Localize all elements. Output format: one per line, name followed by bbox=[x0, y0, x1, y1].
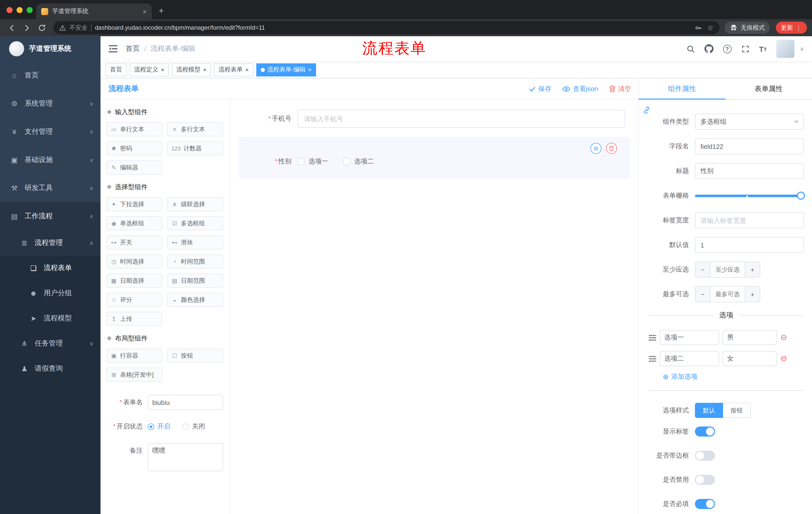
sidebar-item-workflow[interactable]: ▤ 工作流程 ∧ bbox=[0, 202, 100, 231]
sidebar-item-user-groups[interactable]: ☻ 用户分组 bbox=[0, 281, 100, 306]
form-remark-textarea[interactable]: 嘿嘿 bbox=[148, 443, 223, 471]
palette-item-select[interactable]: ▾下拉选择 bbox=[107, 197, 162, 211]
option-label-input[interactable] bbox=[660, 351, 719, 366]
palette-item-switch[interactable]: ⊶开关 bbox=[107, 235, 162, 249]
sidebar-item-process-management[interactable]: ≣ 流程管理 ∧ bbox=[0, 231, 100, 255]
option-value-input[interactable] bbox=[723, 330, 777, 345]
github-icon[interactable] bbox=[704, 44, 713, 53]
palette-item-textarea[interactable]: ≡多行文本 bbox=[167, 122, 223, 136]
palette-item-color-picker[interactable]: ◒颜色选择 bbox=[167, 293, 223, 307]
sidebar-item-home[interactable]: ⌂ 首页 bbox=[0, 61, 100, 89]
option-label-input[interactable] bbox=[660, 330, 719, 345]
max-select-stepper[interactable]: − + bbox=[695, 286, 760, 302]
title-input[interactable] bbox=[695, 163, 804, 179]
link-icon[interactable] bbox=[641, 105, 652, 116]
zoom-window-button[interactable] bbox=[27, 7, 33, 13]
sidebar-item-process-form[interactable]: ❏ 流程表单 bbox=[0, 255, 100, 281]
status-off-radio[interactable]: 关闭 bbox=[182, 422, 205, 431]
update-browser-button[interactable]: 更新 ⋮ bbox=[776, 22, 807, 34]
max-select-input[interactable] bbox=[710, 287, 745, 302]
palette-item-editor[interactable]: ✎编辑器 bbox=[107, 160, 162, 174]
disabled-switch[interactable] bbox=[695, 475, 715, 485]
sidebar-item-process-model[interactable]: ➤ 流程模型 bbox=[0, 306, 100, 331]
forward-button[interactable] bbox=[20, 21, 33, 34]
field-name-input[interactable] bbox=[695, 138, 804, 154]
palette-item-rate[interactable]: ☆评分 bbox=[107, 293, 162, 307]
drag-handle-icon[interactable] bbox=[649, 355, 656, 362]
canvas-field-phone[interactable]: *手机号 bbox=[238, 107, 630, 131]
help-icon[interactable]: ? bbox=[723, 45, 731, 53]
address-bar[interactable]: 不安全 dashboard.yudao.iocoder.cn/bpm/manag… bbox=[53, 21, 720, 34]
tag-close-icon[interactable]: × bbox=[203, 66, 206, 73]
view-json-button[interactable]: 查看json bbox=[562, 84, 598, 93]
canvas-field-gender-selected[interactable]: ⧉ *性别 选项一 选项二 bbox=[238, 137, 630, 179]
tag-close-icon[interactable]: × bbox=[245, 66, 249, 73]
option-style-button-button[interactable]: 按钮 bbox=[723, 403, 751, 418]
tab-close-icon[interactable]: × bbox=[143, 8, 147, 15]
sidebar-item-task-management[interactable]: ⋔ 任务管理 ∨ bbox=[0, 331, 100, 356]
palette-item-date-range[interactable]: ▤日期范围 bbox=[167, 274, 223, 288]
add-option-button[interactable]: ⊕ 添加选项 bbox=[663, 372, 804, 381]
back-button[interactable] bbox=[5, 21, 18, 34]
form-canvas[interactable]: *手机号 ⧉ bbox=[230, 100, 638, 514]
avatar-caret-icon[interactable]: ∨ bbox=[800, 46, 804, 52]
palette-item-date-picker[interactable]: ▦日期选择 bbox=[107, 274, 162, 288]
palette-item-table[interactable]: ⊞表格[开发中] bbox=[107, 368, 162, 382]
tag-process-form[interactable]: 流程表单 × bbox=[214, 63, 253, 76]
remove-option-button[interactable]: ⊖ bbox=[780, 333, 787, 342]
option-style-default-button[interactable]: 默认 bbox=[695, 403, 723, 418]
tag-close-icon[interactable]: × bbox=[161, 66, 164, 73]
palette-item-slider[interactable]: ⊷滑块 bbox=[167, 235, 223, 249]
tag-process-definition[interactable]: 流程定义 × bbox=[129, 63, 169, 76]
palette-item-cascader[interactable]: ⋔级联选择 bbox=[167, 197, 223, 211]
border-switch[interactable] bbox=[695, 451, 715, 461]
label-width-input[interactable] bbox=[695, 212, 804, 228]
browser-tab[interactable]: 芋道管理系统 × bbox=[36, 3, 152, 19]
sidebar-item-dev-tools[interactable]: ⚒ 研发工具 ∨ bbox=[0, 174, 100, 202]
browser-menu-icon[interactable]: ⋮ bbox=[795, 24, 802, 31]
hamburger-fold-icon[interactable] bbox=[109, 45, 118, 53]
copy-component-button[interactable]: ⧉ bbox=[590, 143, 602, 154]
search-icon[interactable] bbox=[686, 45, 695, 53]
reload-button[interactable] bbox=[35, 21, 48, 34]
palette-item-button[interactable]: ☐按钮 bbox=[167, 349, 223, 362]
decrease-button[interactable]: − bbox=[695, 262, 710, 277]
tab-form-props[interactable]: 表单属性 bbox=[725, 78, 812, 99]
app-logo[interactable]: 芋道管理系统 bbox=[0, 36, 100, 61]
tab-component-props[interactable]: 组件属性 bbox=[639, 78, 725, 99]
palette-item-row-container[interactable]: ▣行容器 bbox=[107, 349, 162, 362]
sidebar-item-infrastructure[interactable]: ▣ 基础设施 ∨ bbox=[0, 146, 100, 174]
slider-handle[interactable] bbox=[797, 192, 805, 200]
palette-item-checkbox-group[interactable]: ☑多选框组 bbox=[167, 216, 223, 231]
new-tab-button[interactable]: + bbox=[155, 4, 168, 18]
password-key-icon[interactable] bbox=[695, 24, 702, 31]
tag-process-model[interactable]: 流程模型 × bbox=[172, 63, 211, 76]
decrease-button[interactable]: − bbox=[695, 287, 710, 302]
bookmark-star-icon[interactable]: ☆ bbox=[707, 24, 714, 32]
remove-option-button[interactable]: ⊖ bbox=[780, 355, 787, 362]
tag-close-icon[interactable]: × bbox=[308, 66, 312, 73]
tag-home[interactable]: 首页 bbox=[106, 63, 127, 76]
font-size-icon[interactable]: TT bbox=[759, 45, 767, 53]
minimize-window-button[interactable] bbox=[17, 7, 23, 13]
security-label[interactable]: 不安全 bbox=[69, 23, 87, 32]
palette-item-time-range[interactable]: ◔时间范围 bbox=[167, 254, 223, 269]
min-select-input[interactable] bbox=[710, 262, 745, 277]
show-label-switch[interactable] bbox=[695, 427, 715, 437]
default-value-input[interactable] bbox=[695, 237, 804, 253]
min-select-stepper[interactable]: − + bbox=[695, 262, 760, 278]
required-switch[interactable] bbox=[695, 499, 715, 509]
tag-process-form-edit[interactable]: 流程表单-编辑 × bbox=[256, 63, 316, 76]
user-avatar[interactable] bbox=[776, 40, 794, 58]
url-text[interactable]: dashboard.yudao.iocoder.cn/bpm/manager/f… bbox=[95, 24, 691, 31]
delete-component-button[interactable] bbox=[606, 143, 617, 154]
breadcrumb-home[interactable]: 首页 bbox=[126, 44, 140, 53]
palette-item-radio-group[interactable]: ◉单选框组 bbox=[107, 216, 162, 231]
increase-button[interactable]: + bbox=[745, 262, 760, 277]
palette-item-password[interactable]: ✱密码 bbox=[107, 141, 162, 155]
component-type-select[interactable]: 多选框组 bbox=[695, 114, 804, 130]
gender-option-1-checkbox[interactable]: 选项一 bbox=[297, 157, 328, 166]
palette-item-single-line-text[interactable]: ▭单行文本 bbox=[107, 122, 162, 136]
form-grid-slider[interactable] bbox=[695, 188, 804, 204]
palette-item-upload[interactable]: ↥上传 bbox=[107, 312, 162, 326]
